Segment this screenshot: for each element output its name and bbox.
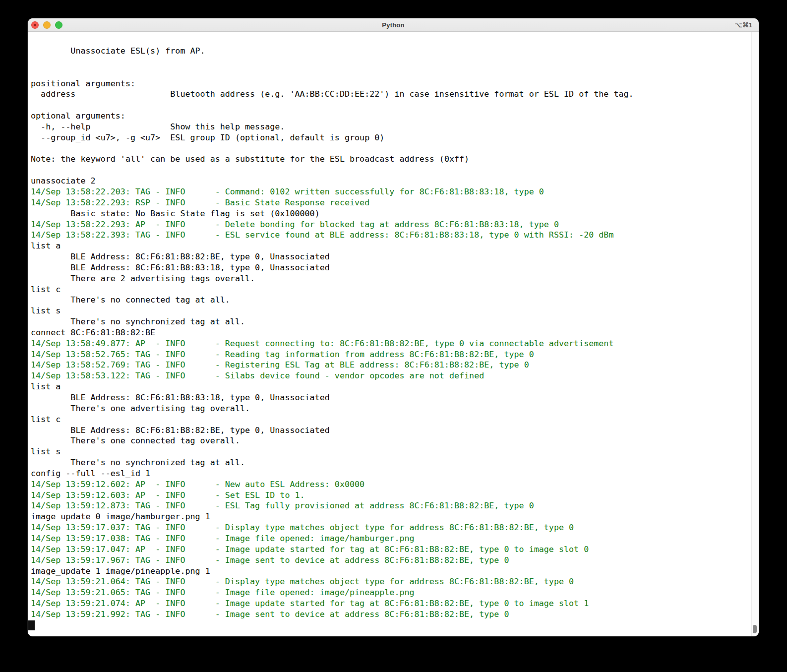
python-terminal-window: Python ⌥⌘1 Unassociate ESL(s) from AP.po… — [28, 18, 759, 636]
terminal-line: Note: the keyword 'all' can be used as a… — [31, 154, 752, 165]
scrollbar-thumb[interactable] — [753, 625, 757, 633]
terminal-line: unassociate 2 — [31, 176, 752, 186]
terminal-cursor — [28, 620, 35, 630]
terminal-line: 14/Sep 13:58:22.293: AP - INFO - Delete … — [31, 219, 752, 230]
terminal-output[interactable]: Unassociate ESL(s) from AP.positional ar… — [28, 32, 752, 636]
terminal-line: 14/Sep 13:59:17.037: TAG - INFO - Displa… — [31, 522, 752, 533]
terminal-line: 14/Sep 13:58:22.293: RSP - INFO - Basic … — [31, 197, 752, 208]
terminal-line: list s — [31, 305, 752, 316]
terminal-line: list c — [31, 414, 752, 425]
terminal-line: 14/Sep 13:59:12.602: AP - INFO - New aut… — [31, 479, 752, 490]
scrollbar-track[interactable] — [751, 32, 759, 636]
close-button[interactable] — [31, 21, 39, 29]
terminal-line: list c — [31, 284, 752, 295]
terminal-line — [31, 57, 752, 67]
minimize-button[interactable] — [43, 21, 51, 29]
terminal-line: 14/Sep 13:58:53.122: TAG - INFO - Silabs… — [31, 370, 752, 381]
window-shortcut-hint: ⌥⌘1 — [735, 18, 752, 31]
terminal-content: Unassociate ESL(s) from AP.positional ar… — [28, 32, 759, 636]
terminal-line: 14/Sep 13:58:52.765: TAG - INFO - Readin… — [31, 349, 752, 360]
terminal-line: 14/Sep 13:59:21.064: TAG - INFO - Displa… — [31, 576, 752, 587]
terminal-line: 14/Sep 13:59:21.065: TAG - INFO - Image … — [31, 587, 752, 598]
terminal-line: 14/Sep 13:59:17.038: TAG - INFO - Image … — [31, 533, 752, 544]
terminal-line: BLE Address: 8C:F6:81:B8:82:BE, type 0, … — [31, 251, 752, 262]
terminal-line: There's no synchronized tag at all. — [31, 316, 752, 327]
terminal-line: 14/Sep 13:58:22.203: TAG - INFO - Comman… — [31, 186, 752, 197]
terminal-line: image_update 0 image/hamburger.png 1 — [31, 511, 752, 522]
terminal-line: There's no connected tag at all. — [31, 295, 752, 305]
window-titlebar[interactable]: Python ⌥⌘1 — [28, 18, 759, 32]
terminal-line — [31, 67, 752, 78]
terminal-line: There's one advertising tag overall. — [31, 403, 752, 414]
terminal-line: There's no synchronized tag at all. — [31, 457, 752, 468]
terminal-line: 14/Sep 13:59:17.967: TAG - INFO - Image … — [31, 555, 752, 566]
terminal-line — [31, 165, 752, 176]
window-title: Python — [382, 21, 404, 29]
terminal-line: 14/Sep 13:58:52.769: TAG - INFO - Regist… — [31, 360, 752, 370]
terminal-line: list a — [31, 241, 752, 251]
terminal-line: 14/Sep 13:58:49.877: AP - INFO - Request… — [31, 338, 752, 349]
terminal-line — [31, 143, 752, 154]
desktop-background: Python ⌥⌘1 Unassociate ESL(s) from AP.po… — [0, 0, 787, 672]
terminal-line: list a — [31, 381, 752, 392]
terminal-line: optional arguments: — [31, 111, 752, 122]
terminal-line: There's one connected tag overall. — [31, 435, 752, 446]
terminal-line: Unassociate ESL(s) from AP. — [31, 46, 752, 57]
terminal-line: positional arguments: — [31, 78, 752, 89]
terminal-line: BLE Address: 8C:F6:81:B8:82:BE, type 0, … — [31, 425, 752, 436]
terminal-line: 14/Sep 13:58:22.393: TAG - INFO - ESL se… — [31, 230, 752, 241]
terminal-line: --group_id <u7>, -g <u7> ESL group ID (o… — [31, 132, 752, 143]
terminal-prompt-line — [31, 620, 752, 631]
terminal-line: 14/Sep 13:59:12.603: AP - INFO - Set ESL… — [31, 490, 752, 501]
terminal-line: Basic state: No Basic State flag is set … — [31, 208, 752, 219]
terminal-line: config --full --esl_id 1 — [31, 468, 752, 479]
terminal-line: 14/Sep 13:59:12.873: TAG - INFO - ESL Ta… — [31, 500, 752, 511]
terminal-line: address Bluetooth address (e.g. 'AA:BB:C… — [31, 89, 752, 100]
terminal-line: 14/Sep 13:59:21.992: TAG - INFO - Image … — [31, 609, 752, 620]
terminal-line: BLE Address: 8C:F6:81:B8:83:18, type 0, … — [31, 262, 752, 273]
zoom-button[interactable] — [55, 21, 62, 29]
terminal-line — [31, 100, 752, 111]
terminal-line: 14/Sep 13:59:17.047: AP - INFO - Image u… — [31, 544, 752, 555]
terminal-line: There are 2 advertising tags overall. — [31, 273, 752, 284]
traffic-lights — [31, 18, 62, 31]
unsaved-indicator-icon — [34, 24, 36, 26]
terminal-line: -h, --help Show this help message. — [31, 122, 752, 132]
terminal-line: list s — [31, 446, 752, 457]
terminal-line: BLE Address: 8C:F6:81:B8:83:18, type 0, … — [31, 392, 752, 403]
terminal-line: connect 8C:F6:81:B8:82:BE — [31, 327, 752, 338]
terminal-line: image_update 1 image/pineapple.png 1 — [31, 566, 752, 577]
terminal-line: 14/Sep 13:59:21.074: AP - INFO - Image u… — [31, 598, 752, 609]
